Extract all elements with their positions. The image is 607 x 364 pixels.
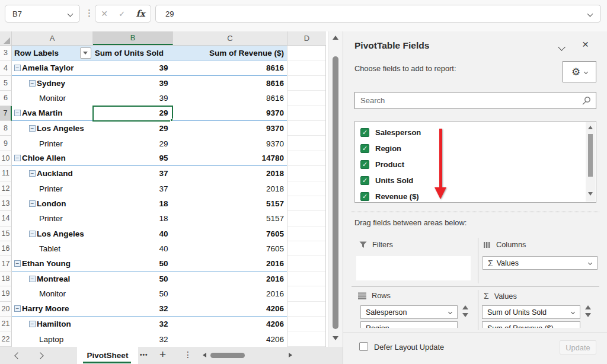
collapse-icon[interactable]: − xyxy=(14,155,21,161)
field-item-units-sold[interactable]: ✓Units Sold xyxy=(355,173,596,189)
cell-units[interactable]: 39 xyxy=(93,76,173,91)
chevron-down-icon[interactable] xyxy=(571,310,575,314)
tools-button[interactable]: ⚙ xyxy=(563,61,596,82)
cell-units[interactable]: 18 xyxy=(93,211,173,226)
collapse-icon[interactable]: − xyxy=(29,170,36,177)
row-number[interactable]: 11 xyxy=(0,166,12,181)
row-label-cell[interactable]: Laptop xyxy=(12,331,93,346)
column-header-c[interactable]: C xyxy=(173,31,287,45)
row-number[interactable]: 6 xyxy=(0,91,12,106)
chevron-down-icon[interactable] xyxy=(448,310,452,314)
row-label-cell[interactable]: −Hamilton xyxy=(12,317,93,331)
cell-units[interactable]: 39 xyxy=(93,60,173,75)
filters-drop-area[interactable] xyxy=(356,256,471,280)
row-label-cell[interactable]: Printer xyxy=(12,211,93,226)
collapse-icon[interactable]: − xyxy=(14,65,21,71)
empty-cell[interactable] xyxy=(287,106,325,121)
update-button[interactable]: Update xyxy=(560,340,596,355)
row-number[interactable]: 20 xyxy=(0,302,12,317)
field-item-salesperson[interactable]: ✓Salesperson xyxy=(355,124,596,141)
values-area-scroll[interactable] xyxy=(583,305,593,317)
scroll-down-icon[interactable] xyxy=(333,336,338,340)
revenue-header-cell[interactable]: Sum of Revenue ($) xyxy=(172,46,287,60)
values-pill-sum-of-units-sold[interactable]: Sum of Units Sold xyxy=(482,305,580,319)
collapse-icon[interactable]: − xyxy=(29,321,36,327)
row-label-cell[interactable]: −Montreal xyxy=(12,272,93,286)
empty-cell[interactable] xyxy=(287,60,325,75)
sheet-options-kebab-icon[interactable]: ⋮ xyxy=(184,350,192,359)
row-label-cell[interactable]: −Ethan Young xyxy=(12,256,93,271)
empty-cell[interactable] xyxy=(287,196,325,211)
row-label-cell[interactable]: −Los Angeles xyxy=(12,121,93,136)
search-input[interactable]: Search xyxy=(354,92,596,109)
empty-cell[interactable] xyxy=(287,151,325,166)
row-number[interactable]: 10 xyxy=(0,151,12,166)
collapse-icon[interactable]: − xyxy=(29,231,36,237)
cell-units[interactable]: 37 xyxy=(93,181,173,196)
row-label-cell[interactable]: −Amelia Taylor xyxy=(12,60,93,75)
cell-units[interactable]: 95 xyxy=(93,151,173,166)
row-number[interactable]: 17 xyxy=(0,256,12,271)
cell-revenue[interactable]: 9370 xyxy=(173,121,287,136)
row-label-cell[interactable]: Monitor xyxy=(12,91,93,106)
rows-pill-region-clipped[interactable]: Region xyxy=(360,321,458,328)
row-number[interactable]: 7 xyxy=(0,106,12,121)
scroll-up-icon[interactable] xyxy=(585,305,591,309)
defer-layout-checkbox[interactable] xyxy=(359,342,368,351)
row-label-cell[interactable]: −Sydney xyxy=(12,76,93,91)
sheet-tab-pivotsheet[interactable]: PivotSheet xyxy=(77,347,138,364)
scroll-up-icon[interactable] xyxy=(333,36,338,40)
cell-revenue[interactable]: 9370 xyxy=(173,136,287,151)
vertical-scroll-thumb[interactable] xyxy=(333,56,338,329)
select-all-corner[interactable] xyxy=(0,31,12,45)
field-list-scroll-thumb[interactable] xyxy=(588,134,593,177)
row-number[interactable]: 3 xyxy=(0,46,12,60)
row-labels-header-cell[interactable]: Row Labels xyxy=(12,46,93,60)
cell-units[interactable]: 50 xyxy=(93,286,173,301)
cell-revenue[interactable]: 2016 xyxy=(173,272,287,286)
rows-area-scroll[interactable] xyxy=(460,305,471,317)
checked-checkbox-icon[interactable]: ✓ xyxy=(360,128,369,137)
pane-collapse-chevron-icon[interactable] xyxy=(558,43,566,51)
empty-cell[interactable] xyxy=(287,272,325,286)
cell-revenue[interactable]: 8616 xyxy=(173,76,287,91)
collapse-icon[interactable]: − xyxy=(14,110,21,116)
cell-units[interactable]: 29 xyxy=(93,121,173,136)
cell-revenue[interactable]: 9370 xyxy=(172,106,287,121)
empty-cell[interactable] xyxy=(287,136,325,151)
vertical-scrollbar[interactable] xyxy=(328,31,343,347)
collapse-icon[interactable]: − xyxy=(29,200,36,207)
insert-function-icon[interactable]: fx xyxy=(136,8,145,19)
cell-revenue[interactable]: 2018 xyxy=(173,181,287,196)
cancel-icon[interactable]: ✕ xyxy=(101,9,108,18)
checked-checkbox-icon[interactable]: ✓ xyxy=(360,176,369,185)
cell-revenue[interactable]: 8616 xyxy=(173,91,287,106)
column-header-d[interactable]: D xyxy=(287,31,326,45)
hscroll-left-icon[interactable] xyxy=(203,353,206,357)
cell-revenue[interactable]: 5157 xyxy=(173,196,287,211)
empty-cell[interactable] xyxy=(287,76,325,91)
rows-pill-salesperson[interactable]: Salesperson xyxy=(360,305,458,319)
row-number[interactable]: 21 xyxy=(0,317,12,331)
filter-dropdown-button[interactable] xyxy=(80,47,91,59)
field-list-scrollbar[interactable] xyxy=(586,122,595,202)
collapse-icon[interactable]: − xyxy=(14,260,21,267)
row-number[interactable]: 22 xyxy=(0,331,12,346)
row-number[interactable]: 19 xyxy=(0,286,12,301)
row-label-cell[interactable]: Monitor xyxy=(12,286,93,301)
cell-revenue[interactable]: 4206 xyxy=(172,302,287,317)
row-label-cell[interactable]: Printer xyxy=(12,136,93,151)
row-number[interactable]: 5 xyxy=(0,76,12,91)
empty-cell[interactable] xyxy=(287,331,325,346)
scroll-down-icon[interactable] xyxy=(585,313,591,317)
row-number[interactable]: 16 xyxy=(0,241,12,256)
cell-units[interactable]: 32 xyxy=(93,302,173,317)
cell-revenue[interactable]: 4206 xyxy=(173,331,287,346)
collapse-icon[interactable]: − xyxy=(14,305,21,312)
horizontal-scroll-thumb[interactable] xyxy=(210,353,245,358)
row-label-cell[interactable]: −Chloe Allen xyxy=(12,151,93,166)
enter-icon[interactable]: ✓ xyxy=(119,9,125,18)
empty-cell[interactable] xyxy=(287,211,325,226)
row-number[interactable]: 4 xyxy=(0,60,12,75)
cell-revenue[interactable]: 2016 xyxy=(172,256,287,271)
